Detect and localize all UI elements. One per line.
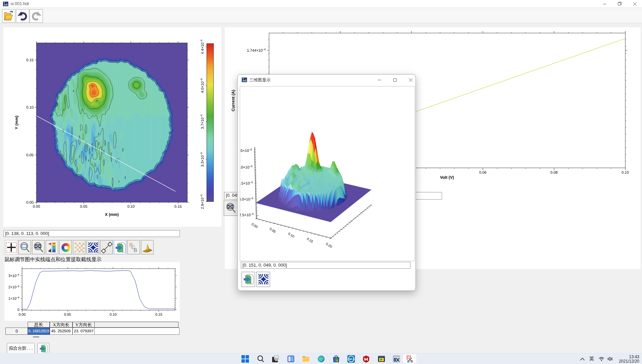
svg-text:B: B <box>134 247 137 253</box>
svg-text:DELL: DELL <box>348 358 355 361</box>
